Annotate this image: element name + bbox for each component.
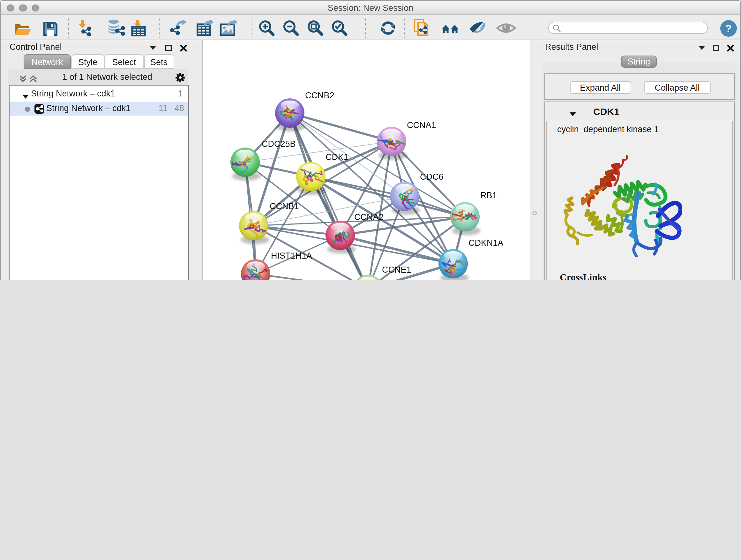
svg-text:CCNB1: CCNB1 <box>269 201 299 211</box>
svg-text:?: ? <box>725 22 732 35</box>
svg-text:CDC25B: CDC25B <box>261 139 295 149</box>
svg-text:CDC6: CDC6 <box>420 172 443 182</box>
svg-text:CCNA1: CCNA1 <box>407 120 436 130</box>
svg-text:HIST1H1A: HIST1H1A <box>271 251 312 260</box>
svg-text:RB1: RB1 <box>480 191 497 200</box>
svg-text:CDK1: CDK1 <box>325 152 348 162</box>
svg-text:CCNB2: CCNB2 <box>305 91 334 100</box>
svg-text:CCNE1: CCNE1 <box>382 265 411 274</box>
svg-text:CDKN1A: CDKN1A <box>468 238 503 248</box>
svg-text:CCNA2: CCNA2 <box>354 212 383 222</box>
